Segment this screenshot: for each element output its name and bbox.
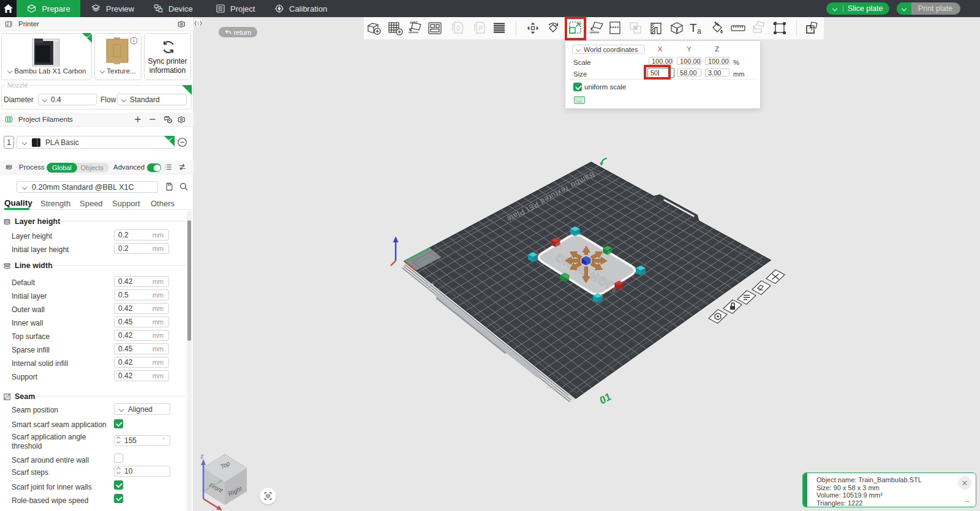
svg-text:01: 01 [598, 390, 613, 407]
svg-text:z: z [200, 452, 204, 460]
